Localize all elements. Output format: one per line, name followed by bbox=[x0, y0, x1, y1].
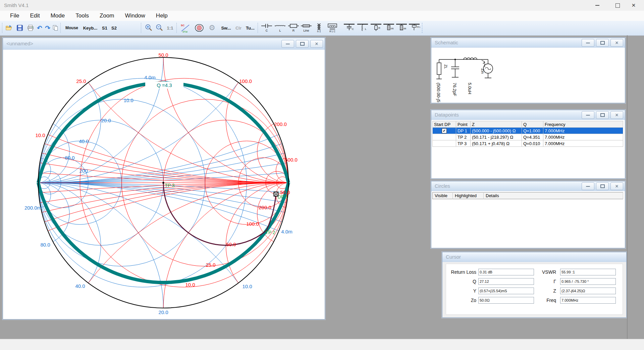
circles-tool-button[interactable] bbox=[194, 21, 205, 35]
undo-button[interactable]: ↶ bbox=[36, 21, 44, 35]
close-icon[interactable]: ✕ bbox=[610, 182, 623, 190]
load-value: (500.00-j5 bbox=[436, 83, 441, 102]
cursor-fields-area: Return Loss VSWR Q Γ Y Z Zo Freq bbox=[446, 264, 623, 315]
close-icon[interactable]: ✕ bbox=[310, 40, 323, 48]
toolbar-short-stub[interactable]: ss bbox=[395, 21, 408, 35]
s2-button[interactable]: S2 bbox=[110, 21, 118, 35]
table-row[interactable]: TP 3 (50.171 + j0.478) Ω Q=0.010 7.000MH… bbox=[433, 140, 623, 147]
close-icon[interactable]: ✕ bbox=[610, 39, 623, 47]
zoom-ratio-button[interactable]: 1:1 bbox=[165, 21, 175, 35]
print-button[interactable] bbox=[26, 21, 35, 35]
toolbar-series-resistor[interactable]: R bbox=[287, 21, 300, 35]
svg-text:Q =4.3: Q =4.3 bbox=[157, 82, 172, 88]
close-icon[interactable]: ✕ bbox=[626, 0, 641, 11]
minimize-icon[interactable] bbox=[582, 39, 594, 47]
point-cell: TP 2 bbox=[456, 134, 471, 140]
menu-mode[interactable]: Mode bbox=[45, 11, 70, 21]
toolbar-series-capacitor[interactable]: C bbox=[260, 21, 273, 35]
minimize-icon[interactable] bbox=[582, 182, 594, 190]
svg-text:L: L bbox=[279, 29, 281, 32]
datapoints-panel: Datapoints ✕ Start DP Point Z Q Frequenc… bbox=[431, 110, 625, 179]
toolbar-rlc-network[interactable]: R L C bbox=[326, 21, 339, 35]
schematic-titlebar[interactable]: Schematic ✕ bbox=[431, 38, 625, 48]
column-header: Q bbox=[522, 121, 543, 128]
svg-text:10.0: 10.0 bbox=[185, 282, 195, 288]
z-field[interactable] bbox=[560, 288, 616, 294]
zoom-in-button[interactable] bbox=[144, 21, 154, 35]
toolbar-shunt-capacitor[interactable]: C bbox=[343, 21, 356, 35]
toolbar-series-inductor[interactable]: L bbox=[274, 21, 286, 35]
toolbar-series-line[interactable]: Line bbox=[300, 21, 313, 35]
menu-file[interactable]: File bbox=[5, 11, 24, 21]
target-circles-icon bbox=[195, 24, 204, 32]
svg-text:10.0: 10.0 bbox=[123, 97, 133, 103]
wire bbox=[439, 59, 488, 64]
toolbar-separator bbox=[422, 23, 422, 33]
toolbar-separator bbox=[176, 23, 177, 33]
toolbar-shunt-inductor[interactable]: L bbox=[356, 21, 369, 35]
svg-text:DP 1: DP 1 bbox=[278, 194, 288, 200]
maximize-icon[interactable] bbox=[596, 182, 609, 190]
zoom-out-button[interactable] bbox=[155, 21, 164, 35]
maximize-icon[interactable] bbox=[596, 111, 609, 119]
menu-tools[interactable]: Tools bbox=[70, 11, 94, 21]
shunt-rlc-icon: R L bbox=[408, 23, 420, 33]
s1-button[interactable]: S1 bbox=[101, 21, 109, 35]
copy-button[interactable] bbox=[51, 21, 60, 35]
gamma-label: Γ bbox=[523, 279, 556, 284]
svg-text:100.0: 100.0 bbox=[239, 78, 252, 84]
toolbar-transformer[interactable]: n 1 bbox=[313, 21, 325, 35]
frequency-cell: 7.000MHz bbox=[543, 128, 623, 134]
menu-edit[interactable]: Edit bbox=[24, 11, 45, 21]
toolbar-separator bbox=[258, 23, 258, 33]
z-cell: (50.171 + j0.478) Ω bbox=[471, 140, 522, 147]
shunt-capacitor-icon: C bbox=[343, 23, 355, 33]
datapoints-titlebar[interactable]: Datapoints ✕ bbox=[431, 110, 625, 120]
settings-button[interactable]: ⚙ bbox=[207, 21, 217, 35]
chart-window: <unnamed> ✕ Q =4.350.025.0100.010.0200.0… bbox=[3, 38, 325, 319]
redo-button[interactable]: ↷ bbox=[44, 21, 52, 35]
zoom-in-icon bbox=[145, 24, 153, 32]
minimize-icon[interactable] bbox=[281, 40, 294, 48]
menu-window[interactable]: Window bbox=[119, 11, 150, 21]
menu-zoom[interactable]: Zoom bbox=[94, 11, 119, 21]
sweep-button[interactable]: Sw... bbox=[220, 21, 232, 35]
tune-button[interactable]: Tu... bbox=[244, 21, 256, 35]
start-dp-checkbox[interactable]: ✔ bbox=[442, 128, 447, 133]
gamma-field[interactable] bbox=[560, 278, 616, 285]
circles-titlebar[interactable]: Circles ✕ bbox=[431, 181, 625, 191]
series-inductor-symbol bbox=[464, 58, 477, 59]
toolbar-shunt-rlc[interactable]: R L bbox=[408, 21, 421, 35]
svg-text:Line: Line bbox=[303, 29, 309, 32]
maximize-icon[interactable] bbox=[596, 39, 609, 47]
series-resistor-icon: R bbox=[287, 23, 300, 33]
capacitor-value: 76.2pF bbox=[452, 83, 457, 96]
maximize-icon[interactable] bbox=[296, 40, 309, 48]
save-button[interactable] bbox=[15, 21, 24, 35]
mouse-mode-button[interactable]: Mouse bbox=[64, 21, 80, 35]
svg-text:n 1: n 1 bbox=[317, 30, 321, 33]
menubar: File Edit Mode Tools Zoom Window Help bbox=[0, 11, 644, 21]
cursor-titlebar[interactable]: Cursor bbox=[442, 252, 626, 262]
schematic-diagram[interactable]: ZL Zin (500.00-j5 76.2pF 5.0uH bbox=[432, 48, 624, 102]
table-row[interactable]: ✔ DP 1 (500.000 - j500.000) Ω Q=1.000 7.… bbox=[433, 128, 623, 134]
minimize-icon[interactable] bbox=[590, 0, 605, 11]
svg-text:os: os bbox=[391, 27, 393, 30]
keyboard-mode-button[interactable]: Keyb... bbox=[82, 21, 99, 35]
toolbar-open-stub[interactable]: os bbox=[382, 21, 395, 35]
q-cell: Q=4.351 bbox=[522, 134, 543, 140]
toolbar-shunt-resistor[interactable]: R bbox=[370, 21, 382, 35]
freq-field[interactable] bbox=[560, 297, 616, 304]
chart-window-titlebar[interactable]: <unnamed> ✕ bbox=[3, 38, 325, 50]
vswr-field[interactable] bbox=[560, 269, 616, 275]
minimize-icon[interactable] bbox=[582, 111, 594, 119]
app-titlebar[interactable]: Smith V4.1 ✕ bbox=[0, 0, 644, 11]
table-row[interactable]: TP 2 (50.171 - j218.297) Ω Q=4.351 7.000… bbox=[433, 134, 623, 140]
maximize-icon[interactable] bbox=[610, 0, 625, 11]
clear-button[interactable]: Clr bbox=[234, 21, 243, 35]
menu-help[interactable]: Help bbox=[151, 11, 173, 21]
smith-chart[interactable]: Q =4.350.025.0100.010.0200.0500.050.0200… bbox=[3, 50, 324, 319]
close-icon[interactable]: ✕ bbox=[610, 111, 623, 119]
open-file-button[interactable] bbox=[5, 21, 13, 35]
chart-style-button[interactable]: SC SFlat bbox=[180, 21, 191, 35]
